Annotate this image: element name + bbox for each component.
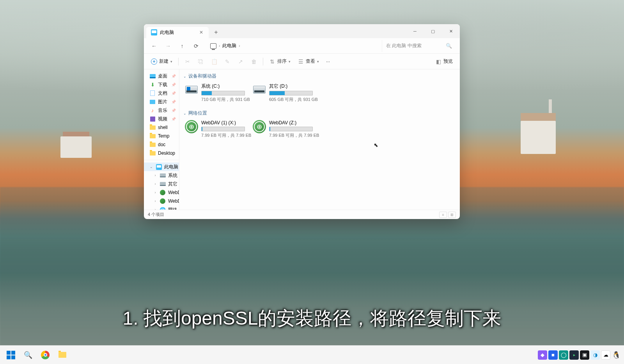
copy-button[interactable]: ⿻ bbox=[195, 56, 207, 67]
nav-bar: ← → ↑ ⟳ › 此电脑 › 在 此电脑 中搜索 🔍 bbox=[144, 38, 460, 54]
explorer-button[interactable] bbox=[55, 347, 70, 363]
preview-button[interactable]: ◧ 预览 bbox=[432, 56, 456, 67]
folder-icon bbox=[149, 124, 156, 131]
details-view-button[interactable]: ≡ bbox=[439, 212, 447, 218]
sidebar-item-Temp[interactable]: Temp bbox=[144, 132, 179, 140]
refresh-button[interactable]: ⟳ bbox=[190, 40, 202, 52]
sidebar-item-label: 桌面 bbox=[158, 73, 167, 80]
chevron-down-icon[interactable]: ⌄ bbox=[149, 165, 153, 169]
search-icon: 🔍 bbox=[446, 43, 452, 49]
tray-icon[interactable]: ■ bbox=[548, 350, 558, 360]
drive-usage-text: 710 GB 可用，共 931 GB bbox=[201, 97, 245, 102]
tray-icon[interactable]: 🐧 bbox=[612, 350, 621, 360]
sidebar-item-label: 系统 (C:) bbox=[168, 172, 179, 179]
chevron-down-icon: ▾ bbox=[289, 60, 291, 64]
tab-close-button[interactable]: ✕ bbox=[198, 29, 205, 36]
copy-icon: ⿻ bbox=[198, 58, 204, 65]
network-drive-item[interactable]: ⊕ WebDAV (1) (X:) 7.99 EB 可用，共 7.99 EB bbox=[183, 118, 246, 140]
sidebar-item-label: 音乐 bbox=[158, 107, 167, 114]
folder-icon bbox=[58, 352, 66, 358]
sort-button[interactable]: ⇅ 排序 ▾ bbox=[266, 56, 294, 67]
sidebar-item-文档[interactable]: 文档 📌 bbox=[144, 89, 179, 97]
forward-button[interactable]: → bbox=[162, 40, 174, 52]
chrome-button[interactable] bbox=[37, 347, 53, 363]
network-drive-item[interactable]: ⊕ WebDAV (Z:) 7.99 EB 可用，共 7.99 EB bbox=[251, 118, 314, 140]
chevron-down-icon: ▾ bbox=[317, 60, 319, 64]
new-button[interactable]: + 新建 ▾ bbox=[148, 56, 176, 67]
close-button[interactable]: ✕ bbox=[442, 24, 460, 38]
address-bar[interactable]: › 此电脑 › bbox=[207, 40, 377, 52]
tray-icon[interactable]: ▣ bbox=[580, 350, 589, 360]
sidebar-item-drive[interactable]: › WebDAV (Z:) bbox=[144, 197, 179, 205]
sidebar-item-label: shell bbox=[158, 125, 168, 130]
sidebar-item-桌面[interactable]: 桌面 📌 bbox=[144, 72, 179, 80]
delete-button[interactable]: 🗑 bbox=[248, 56, 260, 67]
titlebar[interactable]: 此电脑 ✕ + ─ ▢ ✕ bbox=[144, 24, 460, 38]
rename-button[interactable]: ✎ bbox=[221, 56, 234, 67]
sidebar-item-label: doc bbox=[158, 142, 165, 147]
sidebar-item-doc[interactable]: doc bbox=[144, 140, 179, 149]
tray-icon[interactable]: ◯ bbox=[559, 350, 568, 360]
new-tab-button[interactable]: + bbox=[210, 27, 222, 38]
delete-icon: 🗑 bbox=[251, 58, 257, 65]
drive-usage-bar bbox=[201, 91, 245, 95]
chevron-right-icon[interactable]: › bbox=[153, 199, 157, 203]
tab-this-pc[interactable]: 此电脑 ✕ bbox=[146, 27, 209, 38]
sidebar-item-drive[interactable]: › WebDAV (1) ( bbox=[144, 188, 179, 197]
tray-icon[interactable]: ◆ bbox=[538, 350, 547, 360]
sidebar-item-下载[interactable]: ⬇ 下载 📌 bbox=[144, 80, 179, 89]
section-devices[interactable]: ⌄ 设备和驱动器 bbox=[183, 72, 456, 81]
download-icon: ⬇ bbox=[149, 81, 156, 88]
content-pane[interactable]: ⌄ 设备和驱动器 系统 (C:) 710 GB 可用，共 931 GB 其它 (… bbox=[179, 69, 460, 210]
cut-button[interactable]: ✂ bbox=[181, 56, 194, 67]
sidebar-item-label: 此电脑 bbox=[164, 164, 178, 170]
pin-icon: 📌 bbox=[171, 117, 176, 121]
breadcrumb[interactable]: 此电脑 bbox=[222, 42, 236, 49]
taskbar[interactable]: 🔍 ◆ ■ ◯ ▸ ▣ ◑ ☁ 🐧 bbox=[0, 345, 624, 364]
drive-info: 系统 (C:) 710 GB 可用，共 931 GB bbox=[201, 83, 245, 102]
up-button[interactable]: ↑ bbox=[176, 40, 188, 52]
sidebar-item-Desktop[interactable]: Desktop bbox=[144, 149, 179, 157]
tiles-view-button[interactable]: ⊞ bbox=[448, 212, 456, 218]
sidebar-item-drive[interactable]: › 系统 (C:) bbox=[144, 171, 179, 180]
video-subtitle: 1. 找到openSSL的安装路径，将路径复制下来 bbox=[0, 306, 624, 331]
pc-icon bbox=[210, 43, 216, 49]
chrome-icon bbox=[41, 351, 50, 359]
chevron-right-icon[interactable]: › bbox=[153, 208, 157, 210]
share-icon: ↗ bbox=[238, 58, 244, 65]
tray-icon[interactable]: ▸ bbox=[569, 350, 579, 360]
drive-icon bbox=[160, 172, 166, 178]
drive-name: 系统 (C:) bbox=[201, 83, 245, 90]
img-icon bbox=[149, 99, 156, 105]
minimize-button[interactable]: ─ bbox=[406, 24, 424, 38]
chevron-right-icon[interactable]: › bbox=[153, 182, 157, 186]
maximize-button[interactable]: ▢ bbox=[424, 24, 442, 38]
preview-icon: ◧ bbox=[435, 58, 441, 65]
sidebar-item-shell[interactable]: shell bbox=[144, 123, 179, 132]
more-button[interactable]: ··· bbox=[323, 56, 333, 67]
sidebar-item-drive[interactable]: › 其它 (D:) bbox=[144, 180, 179, 188]
sidebar-item-label: 网络 bbox=[168, 207, 177, 210]
drive-item[interactable]: 其它 (D:) 605 GB 可用，共 931 GB bbox=[251, 81, 314, 104]
share-button[interactable]: ↗ bbox=[234, 56, 247, 67]
start-button[interactable] bbox=[3, 347, 19, 363]
tray-icon[interactable]: ☁ bbox=[601, 350, 610, 360]
view-button[interactable]: ☰ 查看 ▾ bbox=[294, 56, 322, 67]
pin-icon: 📌 bbox=[171, 83, 176, 87]
search-input[interactable]: 在 此电脑 中搜索 🔍 bbox=[382, 40, 456, 52]
paste-button[interactable]: 📋 bbox=[208, 56, 220, 67]
sidebar-item-视频[interactable]: 视频 📌 bbox=[144, 115, 179, 123]
sidebar-item-this-pc[interactable]: ⌄ 此电脑 bbox=[144, 163, 179, 171]
back-button[interactable]: ← bbox=[148, 40, 160, 52]
sidebar-item-音乐[interactable]: ♪ 音乐 📌 bbox=[144, 106, 179, 115]
chevron-right-icon[interactable]: › bbox=[153, 191, 157, 194]
search-button[interactable]: 🔍 bbox=[20, 347, 36, 363]
sidebar-item-图片[interactable]: 图片 📌 bbox=[144, 97, 179, 106]
sidebar-item-label: 下载 bbox=[158, 81, 167, 88]
drive-item[interactable]: 系统 (C:) 710 GB 可用，共 931 GB bbox=[183, 81, 246, 104]
paste-icon: 📋 bbox=[211, 58, 217, 65]
section-network[interactable]: ⌄ 网络位置 bbox=[183, 109, 456, 118]
tray-icon[interactable]: ◑ bbox=[590, 350, 600, 360]
chevron-right-icon[interactable]: › bbox=[153, 173, 157, 177]
sidebar-item-network[interactable]: › 🌐 网络 bbox=[144, 205, 179, 210]
